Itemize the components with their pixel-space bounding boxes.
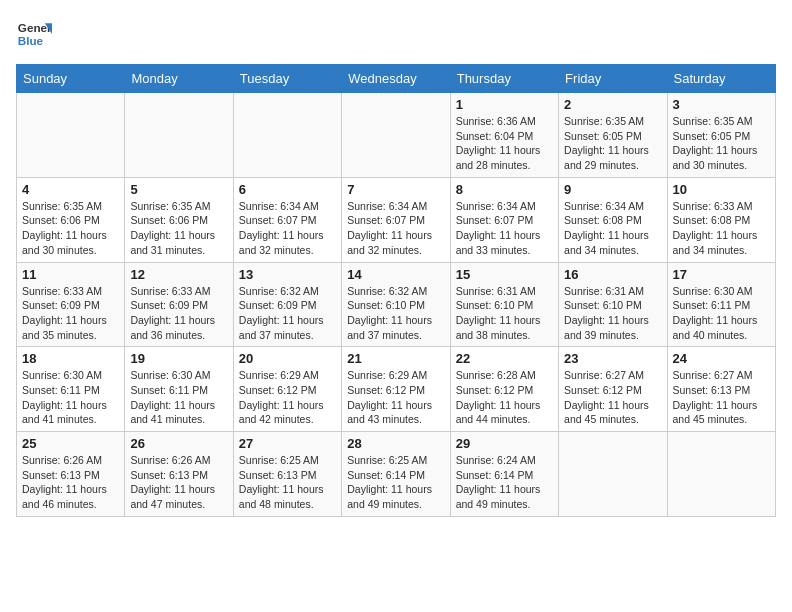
calendar-cell: 25Sunrise: 6:26 AMSunset: 6:13 PMDayligh… xyxy=(17,432,125,517)
day-info: Sunrise: 6:34 AMSunset: 6:08 PMDaylight:… xyxy=(564,199,661,258)
logo: General Blue xyxy=(16,16,52,52)
day-info: Sunrise: 6:28 AMSunset: 6:12 PMDaylight:… xyxy=(456,368,553,427)
day-info: Sunrise: 6:33 AMSunset: 6:09 PMDaylight:… xyxy=(130,284,227,343)
day-number: 20 xyxy=(239,351,336,366)
calendar-cell: 8Sunrise: 6:34 AMSunset: 6:07 PMDaylight… xyxy=(450,177,558,262)
day-info: Sunrise: 6:26 AMSunset: 6:13 PMDaylight:… xyxy=(22,453,119,512)
calendar-cell xyxy=(233,93,341,178)
calendar-cell xyxy=(17,93,125,178)
day-number: 15 xyxy=(456,267,553,282)
logo-icon: General Blue xyxy=(16,16,52,52)
day-number: 25 xyxy=(22,436,119,451)
calendar-cell: 17Sunrise: 6:30 AMSunset: 6:11 PMDayligh… xyxy=(667,262,775,347)
day-number: 5 xyxy=(130,182,227,197)
calendar-cell: 3Sunrise: 6:35 AMSunset: 6:05 PMDaylight… xyxy=(667,93,775,178)
day-info: Sunrise: 6:31 AMSunset: 6:10 PMDaylight:… xyxy=(456,284,553,343)
calendar-cell: 15Sunrise: 6:31 AMSunset: 6:10 PMDayligh… xyxy=(450,262,558,347)
day-number: 8 xyxy=(456,182,553,197)
day-info: Sunrise: 6:27 AMSunset: 6:12 PMDaylight:… xyxy=(564,368,661,427)
day-number: 3 xyxy=(673,97,770,112)
calendar-week-row: 11Sunrise: 6:33 AMSunset: 6:09 PMDayligh… xyxy=(17,262,776,347)
day-number: 7 xyxy=(347,182,444,197)
day-number: 9 xyxy=(564,182,661,197)
calendar-cell: 10Sunrise: 6:33 AMSunset: 6:08 PMDayligh… xyxy=(667,177,775,262)
calendar-cell: 19Sunrise: 6:30 AMSunset: 6:11 PMDayligh… xyxy=(125,347,233,432)
calendar-cell: 11Sunrise: 6:33 AMSunset: 6:09 PMDayligh… xyxy=(17,262,125,347)
day-info: Sunrise: 6:29 AMSunset: 6:12 PMDaylight:… xyxy=(347,368,444,427)
day-number: 12 xyxy=(130,267,227,282)
day-info: Sunrise: 6:35 AMSunset: 6:05 PMDaylight:… xyxy=(673,114,770,173)
svg-text:General: General xyxy=(18,21,52,34)
day-info: Sunrise: 6:32 AMSunset: 6:10 PMDaylight:… xyxy=(347,284,444,343)
svg-text:Blue: Blue xyxy=(18,34,44,47)
day-number: 16 xyxy=(564,267,661,282)
day-number: 1 xyxy=(456,97,553,112)
day-number: 13 xyxy=(239,267,336,282)
weekday-header-row: SundayMondayTuesdayWednesdayThursdayFrid… xyxy=(17,65,776,93)
day-number: 6 xyxy=(239,182,336,197)
calendar-cell: 16Sunrise: 6:31 AMSunset: 6:10 PMDayligh… xyxy=(559,262,667,347)
day-info: Sunrise: 6:24 AMSunset: 6:14 PMDaylight:… xyxy=(456,453,553,512)
day-info: Sunrise: 6:25 AMSunset: 6:13 PMDaylight:… xyxy=(239,453,336,512)
weekday-header-sunday: Sunday xyxy=(17,65,125,93)
day-number: 28 xyxy=(347,436,444,451)
day-number: 23 xyxy=(564,351,661,366)
day-info: Sunrise: 6:31 AMSunset: 6:10 PMDaylight:… xyxy=(564,284,661,343)
day-info: Sunrise: 6:30 AMSunset: 6:11 PMDaylight:… xyxy=(22,368,119,427)
calendar-cell: 5Sunrise: 6:35 AMSunset: 6:06 PMDaylight… xyxy=(125,177,233,262)
day-number: 10 xyxy=(673,182,770,197)
day-info: Sunrise: 6:34 AMSunset: 6:07 PMDaylight:… xyxy=(347,199,444,258)
day-info: Sunrise: 6:32 AMSunset: 6:09 PMDaylight:… xyxy=(239,284,336,343)
calendar-cell: 7Sunrise: 6:34 AMSunset: 6:07 PMDaylight… xyxy=(342,177,450,262)
day-number: 24 xyxy=(673,351,770,366)
calendar-week-row: 18Sunrise: 6:30 AMSunset: 6:11 PMDayligh… xyxy=(17,347,776,432)
calendar-table: SundayMondayTuesdayWednesdayThursdayFrid… xyxy=(16,64,776,517)
weekday-header-saturday: Saturday xyxy=(667,65,775,93)
day-number: 2 xyxy=(564,97,661,112)
calendar-cell xyxy=(559,432,667,517)
calendar-cell xyxy=(342,93,450,178)
day-number: 21 xyxy=(347,351,444,366)
calendar-cell: 26Sunrise: 6:26 AMSunset: 6:13 PMDayligh… xyxy=(125,432,233,517)
calendar-cell: 27Sunrise: 6:25 AMSunset: 6:13 PMDayligh… xyxy=(233,432,341,517)
calendar-cell: 2Sunrise: 6:35 AMSunset: 6:05 PMDaylight… xyxy=(559,93,667,178)
page-header: General Blue xyxy=(16,16,776,52)
calendar-cell: 9Sunrise: 6:34 AMSunset: 6:08 PMDaylight… xyxy=(559,177,667,262)
day-number: 29 xyxy=(456,436,553,451)
day-info: Sunrise: 6:36 AMSunset: 6:04 PMDaylight:… xyxy=(456,114,553,173)
calendar-cell xyxy=(125,93,233,178)
day-info: Sunrise: 6:35 AMSunset: 6:05 PMDaylight:… xyxy=(564,114,661,173)
calendar-cell: 14Sunrise: 6:32 AMSunset: 6:10 PMDayligh… xyxy=(342,262,450,347)
day-info: Sunrise: 6:34 AMSunset: 6:07 PMDaylight:… xyxy=(239,199,336,258)
day-info: Sunrise: 6:35 AMSunset: 6:06 PMDaylight:… xyxy=(130,199,227,258)
day-info: Sunrise: 6:29 AMSunset: 6:12 PMDaylight:… xyxy=(239,368,336,427)
weekday-header-friday: Friday xyxy=(559,65,667,93)
calendar-week-row: 4Sunrise: 6:35 AMSunset: 6:06 PMDaylight… xyxy=(17,177,776,262)
calendar-cell: 20Sunrise: 6:29 AMSunset: 6:12 PMDayligh… xyxy=(233,347,341,432)
day-number: 14 xyxy=(347,267,444,282)
day-number: 27 xyxy=(239,436,336,451)
day-info: Sunrise: 6:26 AMSunset: 6:13 PMDaylight:… xyxy=(130,453,227,512)
day-number: 4 xyxy=(22,182,119,197)
calendar-week-row: 25Sunrise: 6:26 AMSunset: 6:13 PMDayligh… xyxy=(17,432,776,517)
calendar-cell: 1Sunrise: 6:36 AMSunset: 6:04 PMDaylight… xyxy=(450,93,558,178)
calendar-cell: 24Sunrise: 6:27 AMSunset: 6:13 PMDayligh… xyxy=(667,347,775,432)
calendar-cell xyxy=(667,432,775,517)
day-info: Sunrise: 6:30 AMSunset: 6:11 PMDaylight:… xyxy=(673,284,770,343)
day-info: Sunrise: 6:33 AMSunset: 6:09 PMDaylight:… xyxy=(22,284,119,343)
calendar-cell: 13Sunrise: 6:32 AMSunset: 6:09 PMDayligh… xyxy=(233,262,341,347)
day-info: Sunrise: 6:30 AMSunset: 6:11 PMDaylight:… xyxy=(130,368,227,427)
day-info: Sunrise: 6:34 AMSunset: 6:07 PMDaylight:… xyxy=(456,199,553,258)
calendar-cell: 21Sunrise: 6:29 AMSunset: 6:12 PMDayligh… xyxy=(342,347,450,432)
calendar-cell: 28Sunrise: 6:25 AMSunset: 6:14 PMDayligh… xyxy=(342,432,450,517)
day-number: 11 xyxy=(22,267,119,282)
weekday-header-thursday: Thursday xyxy=(450,65,558,93)
calendar-cell: 6Sunrise: 6:34 AMSunset: 6:07 PMDaylight… xyxy=(233,177,341,262)
day-number: 22 xyxy=(456,351,553,366)
day-number: 26 xyxy=(130,436,227,451)
weekday-header-tuesday: Tuesday xyxy=(233,65,341,93)
calendar-cell: 18Sunrise: 6:30 AMSunset: 6:11 PMDayligh… xyxy=(17,347,125,432)
calendar-cell: 12Sunrise: 6:33 AMSunset: 6:09 PMDayligh… xyxy=(125,262,233,347)
day-info: Sunrise: 6:27 AMSunset: 6:13 PMDaylight:… xyxy=(673,368,770,427)
calendar-cell: 22Sunrise: 6:28 AMSunset: 6:12 PMDayligh… xyxy=(450,347,558,432)
